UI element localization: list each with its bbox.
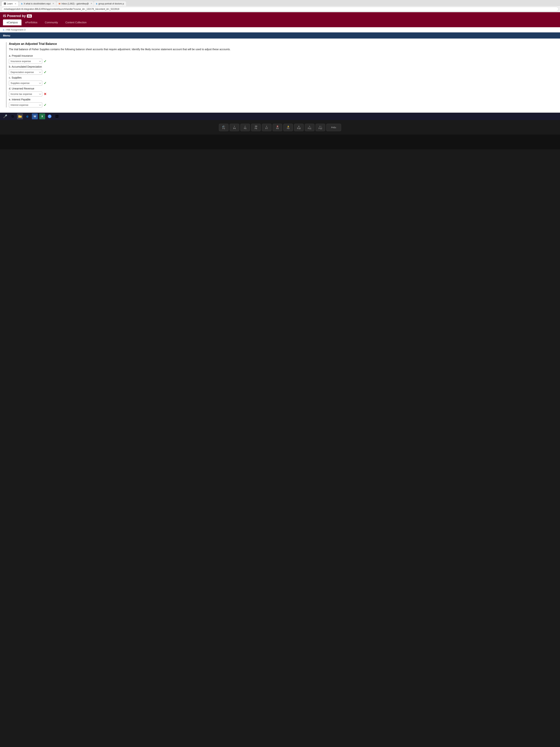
bb-logo-text: IS Powered by [3,14,26,18]
bb-nav: eCampus ePortfolios Community Content Co… [3,20,557,25]
key-f8[interactable]: 🔇 F8 [273,124,282,131]
tab-bing[interactable]: b X what is stockholders equi ✕ [19,1,56,6]
taskbar-edge[interactable]: e [24,113,30,119]
key-f8-label: F8 [276,127,279,129]
laptop-bottom [0,134,560,149]
sub-question-a-label: a. Prepaid Insurance [9,54,556,57]
answer-row-c: Supplies expense ✓ [9,81,556,85]
key-f11-top: ☀- [309,125,311,127]
taskbar-excel[interactable]: X [39,113,45,119]
tab-label-learn: Learn [7,2,13,5]
chrome-icon [48,114,52,119]
check-icon-e: ✓ [44,103,47,107]
key-prtsc[interactable]: PrtSc [326,124,341,131]
taskbar-photos[interactable]: 🖼 [54,113,60,119]
key-f9-top: 🔒 [287,125,289,127]
tab-portrait[interactable]: b group portrait of doctors p [94,1,126,6]
tab-icon-portrait: b [96,3,98,5]
key-f6-top: ⌨ [255,125,257,127]
answer-select-a[interactable]: Insurance expense [9,59,42,64]
check-icon-b: ✓ [44,70,47,74]
bb-header: IS Powered by Bb eCampus ePortfolios Com… [0,12,560,27]
tab-learn[interactable]: 🅱 Learn ✕ [1,1,19,6]
nav-content-collection[interactable]: Content Collection [62,20,90,25]
key-f3-label: F3 [222,127,225,129]
key-f10[interactable]: ⊞ F10 [294,124,304,131]
breadcrumb-link[interactable]: s [3,28,4,31]
tab-icon-inbox: M [59,3,60,5]
sub-question-d-label: d. Unearned Revenue [9,87,556,90]
question-container: Analyze an Adjusted Trial Balance The tr… [6,42,556,107]
nav-community[interactable]: Community [41,20,62,25]
x-icon-d: ✕ [44,92,47,96]
svg-point-4 [49,116,50,117]
main-content: Analyze an Adjusted Trial Balance The tr… [0,38,560,113]
address-bar-row: m/webapps/ubsh-lti-integration-BBLEARN//… [0,6,560,12]
key-f11[interactable]: ☀- F11 [305,124,315,131]
tab-close-inbox[interactable]: ✕ [90,2,92,5]
taskbar-mic[interactable]: 🎤 [2,113,8,119]
fn-key-row: 🔊+ F3 ✕ F4 C F5 ⌨ F6 ✈ F7 🔇 F8 [219,124,341,131]
answer-select-e[interactable]: Interest expense [9,102,42,107]
tab-icon-bing: b [21,3,23,5]
answer-row-b: Depreciation expense ✓ [9,70,556,75]
key-f4[interactable]: ✕ F4 [230,124,239,131]
tab-bar: 🅱 Learn ✕ b X what is stockholders equi … [0,0,560,6]
key-f10-label: F10 [297,127,301,129]
key-f7[interactable]: ✈ F7 [262,124,271,131]
tab-close-bing[interactable]: ✕ [52,2,54,5]
answer-row-e: Interest expense ✓ [9,102,556,107]
check-icon-c: ✓ [44,81,47,85]
key-f6[interactable]: ⌨ F6 [251,124,261,131]
address-bar[interactable]: m/webapps/ubsh-lti-integration-BBLEARN//… [1,7,559,11]
bb-logo-badge: Bb [27,15,32,18]
key-f12-label: F12 [319,127,322,129]
key-f3[interactable]: 🔊+ F3 [219,124,229,131]
tab-inbox[interactable]: M Inbox (1,662) - galomikey@ ✕ [56,1,94,6]
sub-question-e-label: e. Interest Payable [9,98,556,101]
tab-label-bing: X what is stockholders equi [24,2,50,5]
key-f9-label: F9 [287,127,289,129]
key-f3-top: 🔊+ [222,125,225,127]
key-f7-top: ✈ [266,125,267,127]
key-f10-top: ⊞ [298,125,300,127]
answer-select-b[interactable]: Depreciation expense [9,70,42,75]
key-f12-top: ☀+ [319,125,321,127]
key-f4-top: ✕ [234,125,235,127]
taskbar-word[interactable]: W [32,113,38,119]
keyboard-area: 🔊+ F3 ✕ F4 C F5 ⌨ F6 ✈ F7 🔇 F8 [0,120,560,134]
tab-label-portrait: group portrait of doctors p [98,2,124,5]
taskbar: 🎤 ⧉ e W X 🖼 [0,113,560,120]
nav-eportfolios[interactable]: ePortfolios [22,20,41,25]
answer-row-a: Insurance expense ✓ [9,59,556,64]
key-f5-top: C [245,125,246,127]
key-f8-top: 🔇 [276,125,278,127]
tab-close-learn[interactable]: ✕ [15,3,16,5]
check-icon-a: ✓ [44,59,47,63]
taskbar-file-explorer[interactable] [17,113,23,119]
tab-label-inbox: Inbox (1,662) - galomikey@ [61,2,89,5]
question-title: Analyze an Adjusted Trial Balance [9,42,556,46]
tab-icon-learn: 🅱 [4,3,6,5]
taskbar-chrome[interactable] [47,113,53,119]
browser-chrome: 🅱 Learn ✕ b X what is stockholders equi … [0,0,560,12]
svg-rect-1 [18,115,22,118]
key-f7-label: F7 [266,127,268,129]
answer-select-d[interactable]: Income tax expense [9,92,42,97]
key-f5[interactable]: C F5 [240,124,250,131]
answer-select-c[interactable]: Supplies expense [9,81,42,85]
key-f12[interactable]: ☀+ F12 [316,124,325,131]
nav-ecampus[interactable]: eCampus [3,20,22,25]
breadcrumb-separator: › [5,28,6,31]
sub-question-b-label: b. Accumulated Depreciation [9,65,556,68]
question-body: The trial balance of Fisher Supplies con… [9,47,556,51]
breadcrumb: s › HW Assignment 3 [0,27,560,32]
breadcrumb-current: HW Assignment 3 [6,28,25,31]
sub-question-c-label: c. Supplies [9,76,556,79]
key-f6-label: F6 [255,127,257,129]
menu-label: Menu [3,34,10,37]
taskbar-task-view[interactable]: ⧉ [10,113,16,119]
key-f4-label: F4 [233,127,236,129]
svg-rect-0 [18,115,20,115]
key-f9[interactable]: 🔒 F9 [283,124,293,131]
